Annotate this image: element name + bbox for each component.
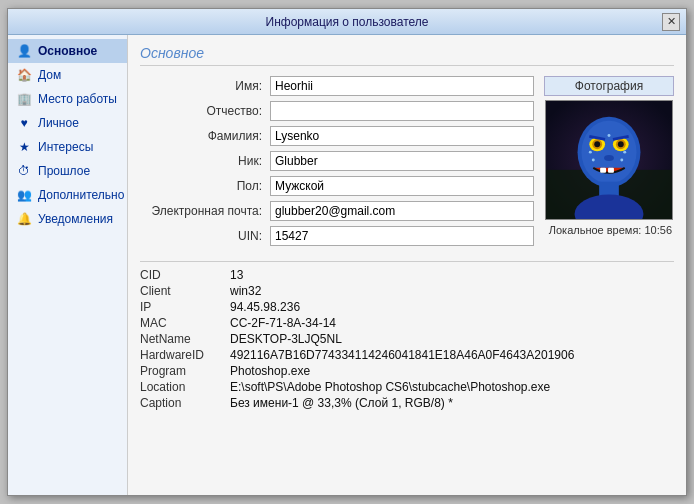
sidebar-item-label: Уведомления (38, 212, 113, 226)
info-key: Program (140, 364, 230, 378)
info-key: NetName (140, 332, 230, 346)
clock-icon: ⏱ (16, 163, 32, 179)
close-button[interactable]: ✕ (662, 13, 680, 31)
sidebar-item-label: Личное (38, 116, 79, 130)
svg-point-9 (618, 141, 624, 147)
info-row: IP94.45.98.236 (140, 300, 674, 314)
bell-icon: 🔔 (16, 211, 32, 227)
sidebar-item-личное[interactable]: ♥Личное (8, 111, 127, 135)
sidebar-item-label: Дополнительно (38, 188, 124, 202)
info-table: CID13Clientwin32IP94.45.98.236MACCC-2F-7… (140, 261, 674, 410)
sidebar-item-прошлое[interactable]: ⏱Прошлое (8, 159, 127, 183)
main-panel: Основное Имя: Отчество: Фамилия: Ник: По… (128, 35, 686, 495)
info-row: ProgramPhotoshop.exe (140, 364, 674, 378)
info-row: CaptionБез имени-1 @ 33,3% (Слой 1, RGB/… (140, 396, 674, 410)
sidebar: 👤Основное🏠Дом🏢Место работы♥Личное★Интере… (8, 35, 128, 495)
svg-point-19 (623, 151, 626, 154)
form-area: Имя: Отчество: Фамилия: Ник: Пол: Электр… (140, 76, 534, 251)
info-val: Без имени-1 @ 33,3% (Слой 1, RGB/8) * (230, 396, 453, 410)
field-input-gender[interactable] (270, 176, 534, 196)
field-input-uin[interactable] (270, 226, 534, 246)
sidebar-item-основное[interactable]: 👤Основное (8, 39, 127, 63)
form-row-uin: UIN: (140, 226, 534, 246)
info-key: Caption (140, 396, 230, 410)
sidebar-item-label: Прошлое (38, 164, 90, 178)
main-window: Информация о пользователе ✕ 👤Основное🏠До… (7, 8, 687, 496)
field-input-patronymic[interactable] (270, 101, 534, 121)
form-row-patronymic: Отчество: (140, 101, 534, 121)
info-val: 13 (230, 268, 243, 282)
field-label-patronymic: Отчество: (140, 104, 270, 118)
sidebar-item-label: Место работы (38, 92, 117, 106)
info-row: NetNameDESKTOP-3LJQ5NL (140, 332, 674, 346)
form-row-email: Электронная почта: (140, 201, 534, 221)
form-row-gender: Пол: (140, 176, 534, 196)
info-key: Client (140, 284, 230, 298)
field-input-surname[interactable] (270, 126, 534, 146)
info-val: E:\soft\PS\Adobe Photoshop CS6\stubcache… (230, 380, 550, 394)
title-bar: Информация о пользователе ✕ (8, 9, 686, 35)
info-val: CC-2F-71-8A-34-14 (230, 316, 336, 330)
form-row-surname: Фамилия: (140, 126, 534, 146)
form-row-nick: Ник: (140, 151, 534, 171)
sidebar-item-интересы[interactable]: ★Интересы (8, 135, 127, 159)
star-icon: ★ (16, 139, 32, 155)
sidebar-item-место работы[interactable]: 🏢Место работы (8, 87, 127, 111)
field-input-nick[interactable] (270, 151, 534, 171)
work-icon: 🏢 (16, 91, 32, 107)
content-area: 👤Основное🏠Дом🏢Место работы♥Личное★Интере… (8, 35, 686, 495)
info-val: 492116A7B16D774334114246041841E18A46A0F4… (230, 348, 574, 362)
info-val: Photoshop.exe (230, 364, 310, 378)
field-label-name: Имя: (140, 79, 270, 93)
photo-area: Фотография (544, 76, 674, 251)
photo-label: Фотография (544, 76, 674, 96)
svg-rect-14 (608, 168, 614, 173)
info-row: HardwareID492116A7B16D774334114246041841… (140, 348, 674, 362)
local-time: Локальное время: 10:56 (544, 224, 674, 236)
user-photo (545, 100, 673, 220)
info-key: HardwareID (140, 348, 230, 362)
person-icon: 👤 (16, 43, 32, 59)
sidebar-item-label: Основное (38, 44, 97, 58)
info-row: Clientwin32 (140, 284, 674, 298)
sidebar-item-label: Интересы (38, 140, 93, 154)
info-val: win32 (230, 284, 261, 298)
sidebar-item-дом[interactable]: 🏠Дом (8, 63, 127, 87)
sidebar-item-уведомления[interactable]: 🔔Уведомления (8, 207, 127, 231)
svg-point-12 (604, 155, 614, 161)
info-val: DESKTOP-3LJQ5NL (230, 332, 342, 346)
info-key: Location (140, 380, 230, 394)
form-row-name: Имя: (140, 76, 534, 96)
section-title: Основное (140, 45, 674, 66)
field-label-uin: UIN: (140, 229, 270, 243)
svg-point-18 (592, 159, 595, 162)
field-label-nick: Ник: (140, 154, 270, 168)
info-key: CID (140, 268, 230, 282)
heart-icon: ♥ (16, 115, 32, 131)
field-label-surname: Фамилия: (140, 129, 270, 143)
info-val: 94.45.98.236 (230, 300, 300, 314)
info-row: LocationE:\soft\PS\Adobe Photoshop CS6\s… (140, 380, 674, 394)
info-row: CID13 (140, 268, 674, 282)
svg-rect-13 (600, 168, 606, 173)
svg-point-17 (589, 151, 592, 154)
info-key: MAC (140, 316, 230, 330)
sidebar-item-label: Дом (38, 68, 61, 82)
field-input-name[interactable] (270, 76, 534, 96)
svg-point-20 (620, 159, 623, 162)
user-plus-icon: 👥 (16, 187, 32, 203)
sidebar-item-дополнительно[interactable]: 👥Дополнительно (8, 183, 127, 207)
home-icon: 🏠 (16, 67, 32, 83)
form-photo-row: Имя: Отчество: Фамилия: Ник: Пол: Электр… (140, 76, 674, 251)
window-title: Информация о пользователе (32, 15, 662, 29)
field-label-email: Электронная почта: (140, 204, 270, 218)
info-key: IP (140, 300, 230, 314)
field-input-email[interactable] (270, 201, 534, 221)
svg-point-8 (594, 141, 600, 147)
info-row: MACCC-2F-71-8A-34-14 (140, 316, 674, 330)
field-label-gender: Пол: (140, 179, 270, 193)
svg-point-21 (608, 134, 611, 137)
